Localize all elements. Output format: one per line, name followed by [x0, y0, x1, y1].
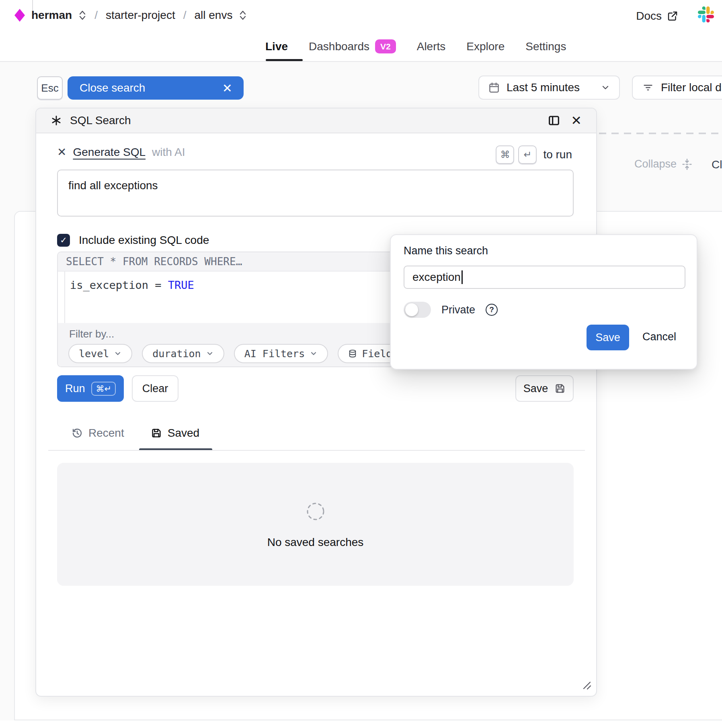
esc-key-hint: Esc: [37, 76, 63, 100]
tab-saved[interactable]: Saved: [151, 427, 199, 440]
tab-recent[interactable]: Recent: [72, 427, 124, 440]
time-range-dropdown[interactable]: Last 5 minutes: [478, 76, 620, 100]
text-cursor: [462, 270, 463, 284]
external-link-icon: [667, 10, 679, 22]
docs-label: Docs: [636, 10, 662, 22]
breadcrumb-separator: /: [182, 9, 188, 22]
chip-duration[interactable]: duration: [142, 344, 224, 363]
side-panel-icon[interactable]: [548, 114, 560, 127]
sql-keyword: TRUE: [168, 279, 194, 291]
tab-alerts[interactable]: Alerts: [417, 40, 446, 53]
sparkle-asterisk-icon: [51, 115, 62, 126]
include-sql-row: ✓ Include existing SQL code: [57, 234, 209, 247]
chevron-down-icon: [310, 350, 318, 358]
top-bar: herman / starter-project / all envs Docs…: [0, 0, 722, 61]
breadcrumb-env[interactable]: all envs: [194, 9, 232, 22]
generate-sql-row: ✕ Generate SQL with AI: [57, 145, 185, 159]
dashed-circle-icon: [306, 501, 326, 521]
filter-by-label: Filter by...: [69, 328, 114, 340]
save-floppy-icon: [554, 383, 566, 394]
panel-title: SQL Search: [70, 114, 131, 127]
modal-title: Name this search: [404, 245, 488, 257]
collapse-icon: [681, 158, 693, 170]
dismiss-ai-icon[interactable]: ✕: [57, 145, 66, 159]
toggle-knob: [405, 303, 418, 316]
database-icon: [348, 349, 357, 358]
sql-search-panel: SQL Search ✕ ✕ Generate SQL with AI ⌘ ↵ …: [35, 108, 597, 697]
filter-chips: level duration AI Filters Field Guide: [68, 344, 439, 363]
clipped-right-button[interactable]: Cl: [712, 158, 722, 171]
divider: [48, 450, 585, 451]
saved-floppy-icon: [151, 427, 162, 439]
name-search-modal: Name this search exception Private ? Sav…: [390, 234, 697, 370]
filter-icon: [642, 82, 654, 93]
chevron-down-icon: [601, 83, 610, 92]
main-nav: Live Dashboards V2 Alerts Explore Settin…: [265, 39, 566, 53]
saved-searches-empty-state: No saved searches: [57, 463, 574, 586]
private-row: Private ?: [404, 302, 498, 318]
private-toggle[interactable]: [404, 302, 431, 318]
calendar-icon: [488, 82, 500, 94]
sql-code-line[interactable]: is_exception = TRUE: [70, 279, 194, 291]
cmd-key-icon: ⌘: [496, 145, 514, 164]
collapse-button[interactable]: Collapse: [634, 158, 693, 170]
include-sql-label: Include existing SQL code: [79, 234, 209, 247]
slack-icon[interactable]: [698, 6, 714, 22]
breadcrumb-workspace[interactable]: herman: [31, 9, 72, 22]
tab-dashboards[interactable]: Dashboards V2: [309, 39, 396, 53]
breadcrumb-separator: /: [93, 9, 99, 22]
filter-local-button[interactable]: Filter local da: [632, 76, 722, 100]
close-search-button[interactable]: Close search ✕: [68, 76, 244, 100]
enter-key-icon: ↵: [518, 145, 537, 164]
chevron-updown-icon[interactable]: [239, 10, 247, 20]
tab-explore[interactable]: Explore: [466, 40, 505, 53]
resize-handle[interactable]: [581, 680, 592, 690]
breadcrumb: herman / starter-project / all envs: [14, 9, 247, 22]
brand-logo-icon: [14, 9, 25, 22]
table-loading-divider: [599, 133, 722, 134]
chevron-down-icon: [114, 350, 122, 358]
modal-save-button[interactable]: Save: [587, 325, 629, 350]
tab-live[interactable]: Live: [265, 40, 288, 53]
check-icon: ✓: [60, 235, 67, 245]
chip-ai-filters[interactable]: AI Filters: [234, 344, 328, 363]
chevron-down-icon: [206, 350, 214, 358]
run-shortcut-kbd: ⌘↵: [91, 382, 116, 396]
include-sql-checkbox[interactable]: ✓: [57, 234, 70, 247]
with-ai-label: with AI: [152, 146, 185, 159]
search-name-input[interactable]: exception: [404, 266, 685, 289]
private-label: Private: [441, 304, 475, 316]
empty-message: No saved searches: [57, 536, 574, 549]
history-tabs: Recent Saved: [72, 427, 199, 440]
v2-badge: V2: [375, 39, 396, 53]
breadcrumb-project[interactable]: starter-project: [106, 9, 175, 22]
chip-level[interactable]: level: [68, 344, 132, 363]
ai-prompt-input[interactable]: find all exceptions: [57, 170, 574, 217]
chevron-updown-icon[interactable]: [78, 10, 86, 20]
close-icon: ✕: [222, 81, 232, 95]
docs-link[interactable]: Docs: [636, 10, 679, 22]
save-search-button[interactable]: Save: [515, 375, 574, 402]
history-clock-icon: [72, 427, 83, 439]
generate-sql-link[interactable]: Generate SQL: [73, 146, 146, 159]
close-panel-icon[interactable]: ✕: [571, 113, 582, 128]
modal-cancel-button[interactable]: Cancel: [642, 331, 676, 343]
tab-settings[interactable]: Settings: [525, 40, 566, 53]
clear-button[interactable]: Clear: [132, 375, 178, 402]
help-question-icon[interactable]: ?: [486, 304, 498, 316]
panel-header: SQL Search ✕: [36, 108, 596, 133]
run-shortcut-hint: ⌘ ↵ to run: [496, 145, 572, 164]
run-button[interactable]: Run ⌘↵: [57, 375, 124, 402]
